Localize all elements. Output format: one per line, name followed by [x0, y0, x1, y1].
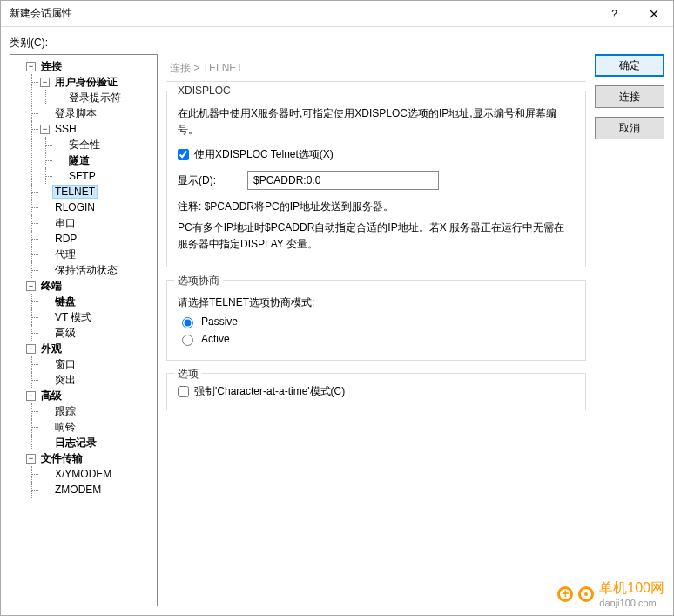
xdisploc-legend: XDISPLOC: [174, 85, 234, 97]
main-panel: 连接 > TELNET XDISPLOC 在此机器中使用X服务器时,可指定使用X…: [166, 54, 586, 606]
dialog-buttons: 确定 连接 取消: [595, 54, 664, 606]
tree-filetransfer[interactable]: 文件传输: [38, 450, 85, 467]
xdisploc-note2: PC有多个IP地址时$PCADDR自动指定合适的IP地址。若X 服务器正在运行中…: [178, 220, 575, 253]
display-input[interactable]: [247, 171, 439, 190]
xdisploc-desc: 在此机器中使用X服务器时,可指定使用XDISPLOC选项的IP地址,显示编号和屏…: [178, 105, 575, 139]
tree-auth[interactable]: 用户身份验证: [52, 74, 120, 91]
tree-advanced[interactable]: 高级: [38, 388, 64, 404]
watermark-brand: 单机100网: [599, 579, 664, 598]
use-xdisploc-label: 使用XDISPLOC Telnet选项(X): [194, 147, 334, 162]
tree-bell[interactable]: 响铃: [52, 419, 78, 436]
tree-term-advanced[interactable]: 高级: [52, 325, 78, 342]
force-cat-label: 强制'Character-at-a-time'模式(C): [194, 384, 345, 399]
tree-keyboard[interactable]: 键盘: [52, 294, 78, 310]
tree-ssh[interactable]: SSH: [52, 122, 79, 136]
tree-vtmode[interactable]: VT 模式: [52, 309, 94, 326]
xdisploc-note1: 注释: $PCADDR将PC的IP地址发送到服务器。: [178, 199, 575, 215]
collapse-icon[interactable]: −: [26, 344, 36, 354]
tree-xymodem[interactable]: X/YMODEM: [52, 467, 114, 481]
connect-button[interactable]: 连接: [595, 85, 664, 108]
ok-button[interactable]: 确定: [595, 54, 664, 77]
tree-login-script[interactable]: 登录脚本: [52, 105, 99, 122]
help-button[interactable]: ?: [595, 1, 634, 27]
use-xdisploc-input[interactable]: [178, 149, 189, 160]
tree-sftp[interactable]: SFTP: [66, 169, 98, 183]
tree-keepalive[interactable]: 保持活动状态: [52, 262, 120, 279]
force-cat-checkbox[interactable]: 强制'Character-at-a-time'模式(C): [178, 384, 575, 399]
watermark-icon: [578, 586, 594, 602]
tree-connection[interactable]: 连接: [38, 58, 64, 75]
tree-popup[interactable]: 突出: [52, 372, 78, 389]
tree-log[interactable]: 日志记录: [52, 435, 99, 451]
tree-rlogin[interactable]: RLOGIN: [52, 200, 98, 214]
tree-proxy[interactable]: 代理: [52, 247, 78, 263]
tree-security[interactable]: 安全性: [66, 137, 103, 153]
options-group: 选项 强制'Character-at-a-time'模式(C): [166, 373, 586, 410]
options-legend: 选项: [174, 367, 202, 382]
category-label: 类别(C):: [10, 36, 664, 51]
tree-login-prompt[interactable]: 登录提示符: [66, 90, 124, 106]
collapse-icon[interactable]: −: [26, 281, 36, 291]
cancel-button[interactable]: 取消: [595, 117, 664, 139]
watermark: 单机100网 danji100.com: [557, 579, 664, 608]
watermark-url: danji100.com: [599, 598, 664, 608]
titlebar: 新建会话属性 ?: [1, 1, 673, 27]
tree-rdp[interactable]: RDP: [52, 232, 79, 246]
category-tree[interactable]: −连接 −用户身份验证 登录提示符 登录脚本 −SSH 安全性: [10, 54, 158, 606]
collapse-icon[interactable]: −: [40, 125, 50, 134]
tree-tunnel[interactable]: 隧道: [66, 152, 92, 169]
collapse-icon[interactable]: −: [40, 78, 50, 87]
radio-passive[interactable]: Passive: [178, 315, 575, 328]
tree-window[interactable]: 窗口: [52, 356, 78, 373]
negotiation-prompt: 请选择TELNET选项协商模式:: [178, 294, 575, 311]
use-xdisploc-checkbox[interactable]: 使用XDISPLOC Telnet选项(X): [178, 147, 334, 162]
tree-appearance[interactable]: 外观: [38, 341, 64, 357]
radio-active[interactable]: Active: [178, 332, 575, 346]
display-label: 显示(D):: [178, 173, 239, 188]
tree-zmodem[interactable]: ZMODEM: [52, 483, 104, 497]
collapse-icon[interactable]: −: [26, 391, 36, 401]
negotiation-legend: 选项协商: [174, 274, 223, 288]
tree-trace[interactable]: 跟踪: [52, 403, 78, 420]
xdisploc-group: XDISPLOC 在此机器中使用X服务器时,可指定使用XDISPLOC选项的IP…: [166, 91, 586, 267]
close-button[interactable]: [634, 1, 673, 27]
close-icon: [650, 10, 658, 18]
watermark-icon: [557, 586, 573, 602]
breadcrumb: 连接 > TELNET: [166, 54, 586, 82]
negotiation-group: 选项协商 请选择TELNET选项协商模式: Passive Active: [166, 280, 586, 361]
tree-terminal[interactable]: 终端: [38, 278, 64, 294]
window-title: 新建会话属性: [1, 6, 595, 21]
collapse-icon[interactable]: −: [26, 62, 36, 71]
tree-serial[interactable]: 串口: [52, 215, 78, 232]
force-cat-input[interactable]: [178, 386, 189, 397]
collapse-icon[interactable]: −: [26, 454, 36, 464]
tree-telnet[interactable]: TELNET: [52, 185, 98, 199]
